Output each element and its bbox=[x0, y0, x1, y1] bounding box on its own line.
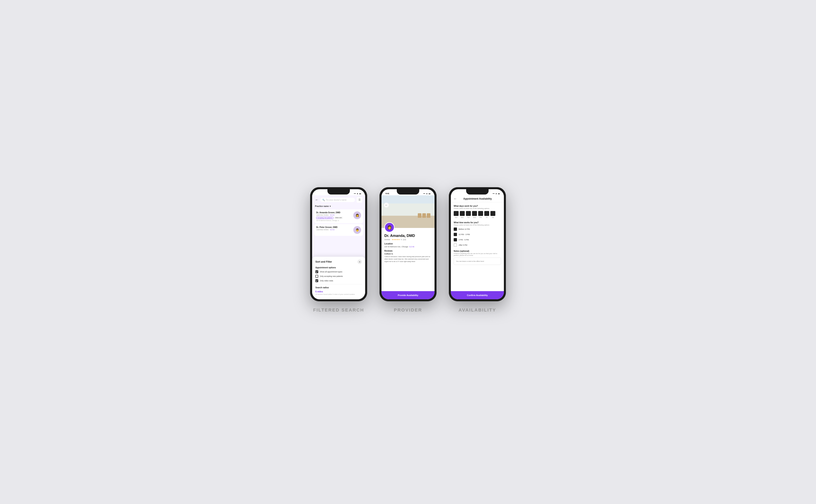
filter-option-video[interactable]: Only video visits bbox=[315, 279, 362, 282]
time-after-5pm[interactable]: After 5 PM bbox=[454, 243, 501, 247]
provider-address: 220 W Belmont Ave, Chicago 3.2 mi bbox=[384, 246, 432, 248]
doctor2-name: Dr. Peter Grover, DMD bbox=[316, 226, 352, 228]
filter-panel-title: Sort and Filter bbox=[315, 260, 332, 263]
doctor1-info: Dr. Amanda Grover, DMD LakeView Smiles 3… bbox=[316, 211, 352, 221]
filter-new-patients-checkbox[interactable] bbox=[315, 275, 318, 278]
doctor2-distance: 3.2 mi bbox=[330, 229, 334, 231]
chair-2 bbox=[422, 213, 426, 218]
tag-accepting-new-patients: Accepting new patients bbox=[316, 217, 333, 219]
search-placeholder: Try your doctor's name bbox=[326, 199, 346, 201]
doctor1-name: Dr. Amanda Grover, DMD bbox=[316, 211, 352, 214]
appointment-section-title: Appointment options bbox=[315, 266, 362, 269]
time-3pm-5pm[interactable]: 3 PM - 5 PM bbox=[454, 238, 501, 241]
days-section-title: What days work for you? bbox=[454, 205, 501, 207]
day-sun[interactable]: Sun bbox=[454, 211, 459, 218]
notes-input[interactable] bbox=[454, 258, 501, 265]
day-mon[interactable]: Mon bbox=[460, 211, 465, 218]
provider-distance: 3.2 mi bbox=[409, 246, 414, 248]
phone3-label: AVAILABILITY bbox=[459, 307, 496, 313]
time-3pm-5pm-checkbox[interactable] bbox=[454, 238, 457, 241]
day-thu-label: Thu bbox=[480, 217, 482, 218]
availability-back-button[interactable]: ← bbox=[454, 197, 457, 201]
day-mon-label: Mon bbox=[461, 217, 464, 218]
phone1-inner: ▪▪▪ ▲ ▬ ← 🔍 Try your doctor's name bbox=[312, 189, 365, 299]
phone1: ▪▪▪ ▲ ▬ ← 🔍 Try your doctor's name bbox=[310, 187, 367, 301]
availability-header: ← Appointment Availability bbox=[451, 195, 504, 202]
time-section-title: What time works for you? bbox=[454, 221, 501, 224]
chevron-down-icon: ▾ bbox=[330, 205, 331, 207]
doctor2-practice: LakeView Smiles 3.2 mi bbox=[316, 229, 352, 231]
filter-close-button[interactable]: ✕ bbox=[357, 260, 362, 264]
day-sun-checkbox[interactable] bbox=[454, 211, 459, 216]
notes-title: Notes (optional) bbox=[454, 250, 501, 252]
provider-hero-image: ← 👩 bbox=[381, 195, 435, 228]
notes-section: Notes (optional) If there's anything els… bbox=[454, 250, 501, 265]
filter-video-checkbox[interactable] bbox=[315, 279, 318, 282]
day-wed[interactable]: Wed bbox=[472, 211, 477, 218]
wifi-icon: ▲ bbox=[356, 192, 358, 195]
confirm-availability-button[interactable]: Confirm Availability bbox=[451, 291, 504, 299]
day-mon-checkbox[interactable] bbox=[460, 211, 465, 216]
phone1-section: ▪▪▪ ▲ ▬ ← 🔍 Try your doctor's name bbox=[310, 187, 367, 313]
phone2-inner: 9:41 ▪▪▪ ▲ ▬ bbox=[381, 189, 435, 299]
time-noon-3pm[interactable]: 12 PM - 3 PM bbox=[454, 233, 501, 236]
search-back-button[interactable]: ← bbox=[315, 198, 319, 202]
filter-option-all[interactable]: Show all appointment types bbox=[315, 270, 362, 273]
filter-option-new-patients[interactable]: Only accepting new patients bbox=[315, 275, 362, 278]
doctor-card-1[interactable]: Dr. Amanda Grover, DMD LakeView Smiles 3… bbox=[314, 209, 363, 223]
day-thu[interactable]: Thu bbox=[478, 211, 483, 218]
phone1-screen: ← 🔍 Try your doctor's name ☰ Practice na… bbox=[312, 195, 365, 299]
day-sat[interactable]: Sat bbox=[491, 211, 495, 218]
battery-icon: ▬ bbox=[429, 192, 431, 195]
search-screen: ← 🔍 Try your doctor's name ☰ Practice na… bbox=[312, 195, 365, 299]
filter-icon-button[interactable]: ☰ bbox=[356, 197, 362, 203]
time-section-sub: Please select at least one of the follow… bbox=[454, 224, 501, 226]
provider-stars: ★★★★★ bbox=[392, 239, 400, 241]
day-fri[interactable]: Fri bbox=[484, 211, 489, 218]
phone2-status-icons: ▪▪▪ ▲ ▬ bbox=[423, 192, 431, 195]
signal-icon: ▪▪▪ bbox=[354, 192, 356, 195]
filter-video-label: Only video visits bbox=[320, 280, 333, 282]
battery-icon: ▬ bbox=[498, 192, 500, 195]
days-grid: Sun Mon Tue bbox=[454, 211, 501, 218]
filter-new-patients-label: Only accepting new patients bbox=[320, 275, 343, 277]
filter-all-checkbox[interactable] bbox=[315, 270, 318, 273]
radius-value: 5 miles bbox=[315, 290, 362, 293]
time-noon-3pm-checkbox[interactable] bbox=[454, 233, 457, 236]
phone2-time: 9:41 bbox=[385, 192, 389, 195]
provider-avatar: 👩 bbox=[384, 222, 394, 232]
search-input-wrap[interactable]: 🔍 Try your doctor's name bbox=[320, 198, 355, 202]
day-thu-checkbox[interactable] bbox=[478, 211, 483, 216]
days-section: What days work for you? Please select at… bbox=[454, 205, 501, 218]
phone2-screen: ← 👩 Dr. Amanda, DMD Dentist ★★★★★ 5 (12) bbox=[381, 195, 435, 299]
signal-icon: ▪▪▪ bbox=[493, 192, 495, 195]
day-sun-label: Sun bbox=[455, 217, 458, 218]
provider-back-button[interactable]: ← bbox=[384, 203, 389, 208]
doctor-card-2[interactable]: Dr. Peter Grover, DMD LakeView Smiles 3.… bbox=[314, 224, 363, 236]
provide-availability-button[interactable]: Provide Availability bbox=[381, 291, 435, 299]
availability-title: Appointment Availability bbox=[459, 197, 496, 200]
day-wed-checkbox[interactable] bbox=[472, 211, 477, 216]
time-before-noon-checkbox[interactable] bbox=[454, 228, 457, 231]
office-chairs bbox=[418, 213, 431, 218]
days-section-sub: Please select at least one of the follow… bbox=[454, 208, 501, 209]
time-after-5pm-label: After 5 PM bbox=[459, 244, 468, 246]
radius-sub-text: 24 doctors found within 5 miles of your … bbox=[315, 293, 362, 295]
phone1-label: FILTERED SEARCH bbox=[313, 307, 364, 313]
practice-filter-label[interactable]: Practice name bbox=[315, 205, 329, 207]
wifi-icon: ▲ bbox=[495, 192, 497, 195]
day-tue[interactable]: Tue bbox=[466, 211, 471, 218]
time-section: What time works for you? Please select a… bbox=[454, 221, 501, 247]
time-before-noon[interactable]: Before 12 PM bbox=[454, 228, 501, 231]
search-header: ← 🔍 Try your doctor's name ☰ bbox=[312, 195, 365, 204]
provider-review-count: (12) bbox=[403, 239, 406, 241]
phone3-screen: ← Appointment Availability What days wor… bbox=[451, 195, 504, 299]
day-tue-label: Tue bbox=[467, 217, 470, 218]
day-fri-checkbox[interactable] bbox=[484, 211, 489, 216]
time-after-5pm-checkbox[interactable] bbox=[454, 243, 457, 247]
chair-1 bbox=[418, 213, 422, 218]
day-tue-checkbox[interactable] bbox=[466, 211, 471, 216]
phones-container: ▪▪▪ ▲ ▬ ← 🔍 Try your doctor's name bbox=[310, 187, 506, 313]
day-sat-checkbox[interactable] bbox=[491, 211, 495, 216]
phone2: 9:41 ▪▪▪ ▲ ▬ bbox=[379, 187, 437, 301]
